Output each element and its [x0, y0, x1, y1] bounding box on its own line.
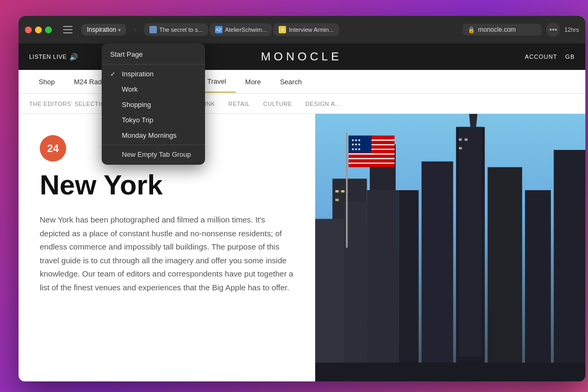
tab-label-secret: The secret to s...: [159, 26, 203, 33]
close-button[interactable]: [25, 26, 32, 33]
speaker-icon: 🔊: [69, 53, 78, 61]
tab-label-atelier: AtelierSchwim...: [225, 26, 267, 33]
dropdown-item-shopping-label: Shopping: [122, 101, 151, 109]
url-text: monocle.com: [478, 26, 515, 33]
tab-favicon-atelier: AZ: [215, 26, 222, 33]
dropdown-divider-1: [102, 64, 205, 65]
dropdown-start-page-label: Start Page: [110, 50, 142, 58]
svg-rect-7: [422, 162, 453, 381]
nav-item-shop-label: Shop: [39, 78, 55, 86]
svg-rect-0: [63, 26, 73, 27]
svg-rect-6: [398, 190, 418, 381]
account-link[interactable]: ACCOUNT: [525, 54, 557, 60]
tab-favicon-interview: a: [279, 26, 286, 33]
svg-rect-11: [488, 167, 522, 381]
svg-rect-23: [459, 138, 461, 140]
tab-label-interview: Interview Armin...: [289, 26, 333, 33]
back-button[interactable]: ‹: [130, 23, 139, 37]
tab-favicon-secret: [149, 26, 157, 33]
nav-item-more[interactable]: More: [236, 72, 271, 92]
svg-rect-25: [459, 147, 461, 149]
tab-group-label: Inspiration: [87, 26, 116, 33]
more-options-button[interactable]: •••: [546, 23, 560, 37]
tab-secret[interactable]: The secret to s...: [144, 23, 208, 36]
tabs-area: The secret to s... AZ AtelierSchwim... a…: [144, 23, 459, 36]
nav-item-more-label: More: [245, 78, 261, 86]
image-column: ★★★ ★★★ ★★★: [315, 114, 585, 381]
city-title: New York: [40, 170, 294, 200]
check-icon: ✓: [110, 70, 118, 78]
dropdown-new-tab-label: New Empty Tab Group: [122, 150, 191, 158]
subnav-culture[interactable]: CULTURE: [263, 101, 292, 107]
svg-rect-12: [525, 190, 551, 381]
time-display: 12hrs: [564, 26, 579, 33]
svg-text:★★★: ★★★: [351, 142, 361, 146]
svg-text:★★★: ★★★: [351, 138, 361, 142]
ny-skyline-image: ★★★ ★★★ ★★★: [315, 114, 585, 381]
listen-live-label: LISTEN LIVE: [29, 54, 67, 60]
time-text: 12hrs: [564, 26, 579, 33]
dropdown-item-shopping[interactable]: Shopping: [102, 97, 205, 112]
svg-rect-13: [554, 150, 585, 381]
subnav-retail[interactable]: RETAIL: [228, 101, 250, 107]
subnav-design[interactable]: DESIGN A...: [305, 101, 341, 107]
dropdown-divider-2: [102, 145, 205, 145]
dropdown-item-tokyo-label: Tokyo Trip: [122, 116, 153, 124]
tab-atelier[interactable]: AZ AtelierSchwim...: [210, 23, 272, 36]
lock-icon: 🔒: [468, 26, 475, 33]
dropdown-item-mondays-label: Monday Mornings: [122, 131, 176, 139]
listen-live-button[interactable]: LISTEN LIVE 🔊: [29, 53, 78, 61]
minimize-button[interactable]: [35, 26, 42, 33]
tab-group-button[interactable]: Inspiration ▾: [82, 24, 126, 35]
dropdown-item-mondays[interactable]: Monday Mornings: [102, 128, 205, 143]
dropdown-new-tab-group[interactable]: New Empty Tab Group: [102, 147, 205, 162]
svg-rect-19: [335, 199, 339, 201]
chevron-down-icon: ▾: [118, 27, 121, 33]
nav-item-search[interactable]: Search: [270, 72, 311, 92]
dropdown-item-inspiration-label: Inspiration: [122, 70, 154, 78]
issue-number: 24: [47, 142, 59, 155]
subnav-editors[interactable]: THE EDITORS' SELECTION: [29, 101, 110, 107]
nav-item-shop[interactable]: Shop: [29, 72, 64, 92]
tab-interview[interactable]: a Interview Armin...: [273, 23, 338, 36]
title-bar: Inspiration ▾ ‹ The secret to s... AZ At…: [19, 16, 585, 43]
city-description: New York has been photographed and filme…: [40, 213, 294, 294]
dropdown-item-tokyo[interactable]: Tokyo Trip: [102, 112, 205, 128]
dropdown-menu: Start Page ✓ Inspiration Work Shopping T…: [102, 43, 205, 165]
traffic-lights: [25, 26, 52, 33]
svg-rect-9: [459, 127, 482, 357]
more-dots-icon: •••: [549, 25, 557, 34]
svg-rect-14: [315, 219, 344, 381]
svg-rect-1: [63, 29, 73, 30]
dropdown-item-work[interactable]: Work: [102, 82, 205, 97]
svg-rect-17: [335, 190, 339, 192]
url-bar[interactable]: 🔒 monocle.com: [462, 24, 542, 35]
skyline-svg: ★★★ ★★★ ★★★: [315, 114, 585, 381]
nav-item-travel-label: Travel: [207, 77, 226, 85]
svg-rect-16: [367, 190, 399, 381]
browser-window: Inspiration ▾ ‹ The secret to s... AZ At…: [19, 16, 585, 381]
gb-selector[interactable]: GB: [565, 54, 575, 60]
sidebar-toggle-button[interactable]: [60, 24, 75, 35]
dropdown-item-inspiration[interactable]: ✓ Inspiration: [102, 66, 205, 82]
nav-item-search-label: Search: [280, 78, 301, 86]
svg-text:★★★: ★★★: [351, 147, 361, 151]
issue-badge: 24: [40, 135, 66, 162]
tab-group-dropdown: Start Page ✓ Inspiration Work Shopping T…: [102, 43, 205, 165]
svg-rect-2: [63, 32, 73, 33]
dropdown-item-work-label: Work: [122, 85, 138, 93]
sidebar-toggle-icon: [63, 26, 73, 33]
maximize-button[interactable]: [45, 26, 52, 33]
monocle-actions: ACCOUNT GB: [525, 54, 575, 60]
svg-rect-18: [341, 190, 345, 192]
svg-rect-24: [465, 138, 467, 140]
svg-rect-38: [315, 363, 585, 381]
dropdown-start-page[interactable]: Start Page: [102, 46, 205, 63]
